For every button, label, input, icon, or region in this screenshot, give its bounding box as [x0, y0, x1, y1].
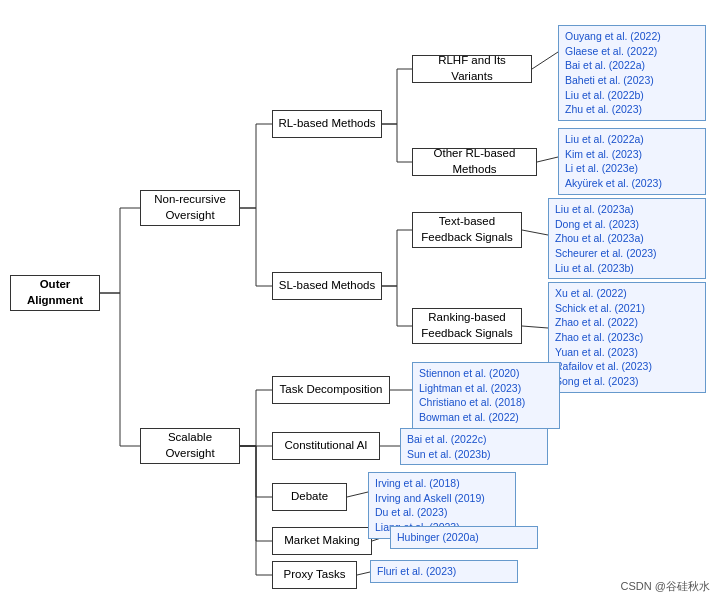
proxy-tasks-node: Proxy Tasks [272, 561, 357, 589]
svg-line-7 [347, 492, 368, 497]
other-rl-refs: Liu et al. (2022a) Kim et al. (2023) Li … [558, 128, 706, 195]
market-making-node: Market Making [272, 527, 372, 555]
task-refs: Stiennon et al. (2020) Lightman et al. (… [412, 362, 560, 429]
non-recursive-node: Non-recursiveOversight [140, 190, 240, 226]
other-rl-node: Other RL-based Methods [412, 148, 537, 176]
constitutional-node: Constitutional AI [272, 432, 380, 460]
constitutional-refs: Bai et al. (2022c) Sun et al. (2023b) [400, 428, 548, 465]
task-decomp-node: Task Decomposition [272, 376, 390, 404]
scalable-node: ScalableOversight [140, 428, 240, 464]
watermark: CSDN @谷硅秋水 [621, 579, 710, 594]
rlhf-refs: Ouyang et al. (2022) Glaese et al. (2022… [558, 25, 706, 121]
rl-based-node: RL-based Methods [272, 110, 382, 138]
rlhf-node: RLHF and Its Variants [412, 55, 532, 83]
ranking-refs: Xu et al. (2022) Schick et al. (2021) Zh… [548, 282, 706, 393]
ranking-based-node: Ranking-basedFeedback Signals [412, 308, 522, 344]
debate-node: Debate [272, 483, 347, 511]
text-based-node: Text-basedFeedback Signals [412, 212, 522, 248]
market-refs: Hubinger (2020a) [390, 526, 538, 549]
svg-line-3 [522, 326, 548, 328]
svg-line-0 [532, 52, 558, 69]
svg-line-2 [522, 230, 548, 235]
sl-based-node: SL-based Methods [272, 272, 382, 300]
text-based-refs: Liu et al. (2023a) Dong et al. (2023) Zh… [548, 198, 706, 279]
proxy-refs: Fluri et al. (2023) [370, 560, 518, 583]
svg-line-1 [537, 157, 558, 162]
outer-alignment-node: Outer Alignment [10, 275, 100, 311]
svg-line-9 [357, 572, 370, 575]
